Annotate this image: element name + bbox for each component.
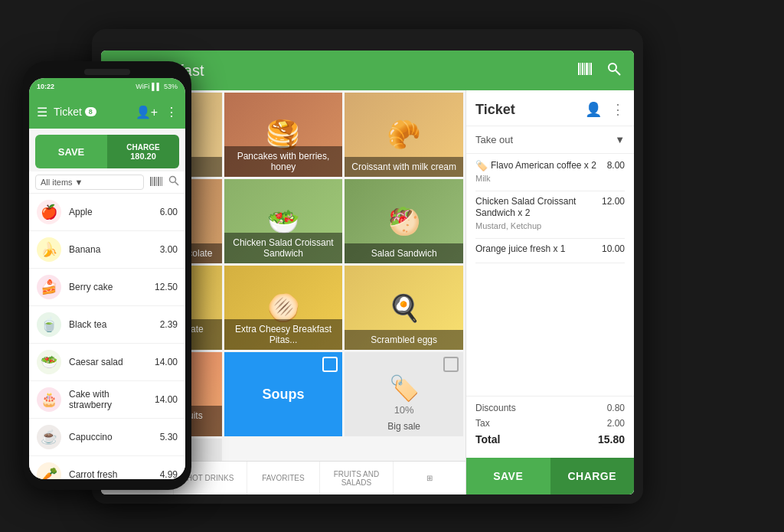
phone-status-icons: WiFi ▌▌ 53%	[136, 83, 178, 90]
svg-rect-11	[154, 177, 155, 186]
ticket-item-chicken-mod: Mustard, Ketchup	[475, 221, 625, 230]
menu-item-salad-sandwich-label: Salad Sandwich	[345, 243, 463, 263]
list-item-banana[interactable]: 🍌 Banana 3.00	[29, 231, 185, 269]
ticket-tax-row: Tax 2.00	[475, 418, 625, 429]
list-item-apple-avatar: 🍎	[37, 200, 61, 224]
svg-rect-1	[580, 63, 581, 75]
menu-item-soups[interactable]: Soups	[224, 352, 343, 436]
menu-item-salad-sandwich[interactable]: 🥙 Salad Sandwich	[345, 179, 463, 263]
list-item-caesar-salad[interactable]: 🥗 Caesar salad 14.00	[29, 344, 185, 381]
ticket-item-coffee-price: 8.00	[607, 160, 625, 171]
svg-rect-5	[589, 63, 590, 75]
tablet-barcode-icon[interactable]	[577, 60, 594, 81]
menu-item-soups-label: Soups	[262, 387, 304, 403]
svg-rect-9	[150, 177, 152, 186]
list-item-capuccino-name: Capuccino	[69, 432, 160, 442]
ticket-title: Ticket	[475, 102, 515, 118]
phone-wifi-icon: WiFi	[136, 83, 149, 90]
list-item-carrot-fresh-avatar: 🥕	[37, 462, 61, 479]
ticket-save-button[interactable]: SAVE	[466, 458, 550, 494]
svg-rect-15	[162, 177, 162, 186]
tab-favorites[interactable]: FAVORITES	[247, 462, 320, 494]
svg-line-17	[175, 181, 179, 185]
menu-item-pancakes-label: Pancakes with berries, honey	[224, 146, 343, 177]
phone-notch	[84, 69, 130, 75]
ticket-more-icon[interactable]: ⋮	[611, 101, 625, 118]
menu-item-big-sale[interactable]: 🏷️ 10% Big sale	[345, 352, 463, 436]
menu-item-scrambled[interactable]: 🍳 Scrambled eggs	[345, 266, 463, 350]
list-item-berry-cake-price: 12.50	[155, 282, 178, 292]
ticket-discounts-label: Discounts	[475, 403, 516, 413]
tab-grid[interactable]: ⊞	[394, 462, 466, 494]
list-item-banana-avatar: 🍌	[37, 237, 61, 262]
svg-rect-2	[582, 63, 583, 75]
ticket-item-coffee-name: Flavo American coffee x 2	[491, 160, 601, 172]
list-item-capuccino-price: 5.30	[160, 432, 178, 442]
ticket-type[interactable]: Take out ▼	[466, 126, 634, 154]
list-item-capuccino[interactable]: ☕ Capuccino 5.30	[29, 419, 185, 456]
phone-status-bar: 10:22 WiFi ▌▌ 53%	[29, 78, 185, 95]
ticket-header-icons: 👤 ⋮	[585, 101, 625, 118]
ticket-tag-icon: 🏷️	[475, 160, 488, 171]
ticket-item-coffee: 🏷️ Flavo American coffee x 2 8.00 Milk	[475, 160, 625, 183]
phone-screen: 10:22 WiFi ▌▌ 53% ☰ Ticket 8 👤+ ⋮ SAVE C…	[29, 78, 185, 479]
phone-signal-icon: ▌▌	[152, 83, 162, 90]
list-item-caesar-salad-price: 14.00	[155, 357, 178, 367]
phone-header: ☰ Ticket 8 👤+ ⋮	[29, 95, 185, 129]
svg-rect-14	[160, 177, 161, 186]
tab-fruits-salads[interactable]: FRUITS AND SALADS	[320, 462, 393, 494]
list-item-apple-name: Apple	[69, 207, 160, 217]
tablet-header-icons	[577, 60, 622, 81]
ticket-discounts-row: Discounts 0.80	[475, 403, 625, 413]
list-item-black-tea[interactable]: 🍵 Black tea 2.39	[29, 306, 185, 344]
menu-item-cheesy-label: Extra Cheesy Breakfast Pitas...	[224, 319, 343, 350]
list-item-cake-strawberry-price: 14.00	[155, 394, 178, 405]
ticket-type-chevron: ▼	[615, 134, 625, 145]
svg-point-16	[170, 176, 176, 182]
svg-rect-4	[586, 63, 588, 75]
ticket-summary: Discounts 0.80 Tax 2.00 Total 15.80	[466, 396, 634, 458]
phone-ticket-label: Ticket	[54, 106, 82, 118]
menu-item-croissant-cream[interactable]: 🥐 Croissant with milk cream	[345, 93, 463, 177]
list-item-apple[interactable]: 🍎 Apple 6.00	[29, 194, 185, 231]
phone-filter-select[interactable]: All items ▼	[35, 175, 144, 190]
list-item-cake-strawberry-name: Cake with strawberry	[69, 389, 155, 410]
ticket-item-juice-name: Orange juice fresh x 1	[475, 243, 596, 256]
svg-rect-10	[152, 177, 153, 186]
ticket-tax-label: Tax	[475, 418, 490, 429]
menu-item-chicken-salad[interactable]: 🥗 Chicken Salad Croissant Sandwich	[224, 179, 343, 263]
phone-header-icons: 👤+ ⋮	[136, 105, 178, 119]
menu-item-cheesy[interactable]: 🫓 Extra Cheesy Breakfast Pitas...	[224, 266, 343, 350]
phone-charge-bar: SAVE CHARGE 180.20	[35, 135, 179, 168]
phone: 10:22 WiFi ▌▌ 53% ☰ Ticket 8 👤+ ⋮ SAVE C…	[23, 61, 191, 490]
svg-rect-13	[158, 177, 159, 186]
menu-item-pancakes[interactable]: 🥞 Pancakes with berries, honey	[224, 93, 343, 177]
phone-badge: 8	[85, 107, 96, 116]
list-item-cake-strawberry[interactable]: 🎂 Cake with strawberry 14.00	[29, 381, 185, 419]
phone-charge-button[interactable]: CHARGE 180.20	[107, 135, 179, 168]
ticket-header: Ticket 👤 ⋮	[466, 90, 634, 126]
list-item-black-tea-price: 2.39	[160, 319, 178, 330]
phone-add-person-icon[interactable]: 👤+	[136, 105, 158, 119]
ticket-item-chicken-price: 12.00	[602, 196, 625, 207]
ticket-charge-button[interactable]: CHARGE	[550, 458, 635, 494]
phone-search-icon[interactable]	[168, 175, 179, 190]
menu-item-scrambled-label: Scrambled eggs	[345, 330, 463, 350]
list-item-carrot-fresh[interactable]: 🥕 Carrot fresh 4.99	[29, 456, 185, 479]
ticket-panel: Ticket 👤 ⋮ Take out ▼ 🏷️ Flavo Am	[466, 90, 634, 494]
ticket-discounts-value: 0.80	[607, 403, 625, 413]
phone-filter-icons	[150, 175, 179, 190]
phone-menu-icon[interactable]: ☰	[37, 105, 47, 119]
phone-barcode-icon[interactable]	[150, 175, 162, 190]
phone-save-button[interactable]: SAVE	[35, 135, 107, 168]
tablet-search-icon[interactable]	[606, 61, 622, 80]
ticket-add-person-icon[interactable]: 👤	[585, 101, 602, 118]
phone-more-icon[interactable]: ⋮	[165, 105, 178, 119]
list-item-carrot-fresh-name: Carrot fresh	[69, 469, 160, 479]
svg-point-7	[609, 64, 616, 71]
list-item-banana-price: 3.00	[160, 244, 178, 255]
list-item-carrot-fresh-price: 4.99	[160, 469, 178, 479]
ticket-actions: SAVE CHARGE	[466, 458, 634, 494]
ticket-total-row: Total 15.80	[475, 433, 625, 446]
list-item-berry-cake[interactable]: 🍰 Berry cake 12.50	[29, 269, 185, 306]
